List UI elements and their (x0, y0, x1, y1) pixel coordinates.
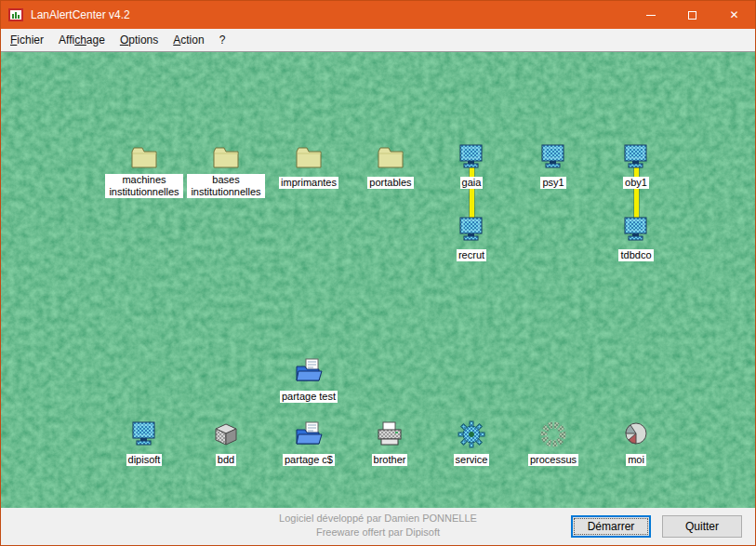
node-label: machines institutionnelles (105, 174, 183, 198)
app-icon (8, 7, 23, 22)
close-button[interactable]: ✕ (713, 1, 755, 29)
folder-icon[interactable] (375, 141, 406, 173)
menu-item-options[interactable]: Options (113, 30, 166, 50)
node-label: tdbdco (618, 249, 653, 261)
cube-icon[interactable] (210, 419, 242, 450)
share-icon[interactable] (293, 355, 325, 387)
node-label: psy1 (540, 177, 565, 189)
node-label: partage test (280, 391, 338, 403)
node-gaia[interactable]: gaia (430, 141, 513, 190)
node-label: imprimantes (279, 177, 338, 189)
node-oby1[interactable]: oby1 (594, 141, 678, 190)
maximize-icon (688, 11, 696, 20)
node-processus[interactable]: processus (511, 419, 595, 467)
node-label: bases institutionnelles (187, 174, 265, 198)
printer-icon[interactable] (374, 419, 405, 450)
node-portables[interactable]: portables (349, 141, 432, 190)
node-moi[interactable]: moi (594, 419, 678, 467)
menu-item-affichage[interactable]: Affichage (51, 30, 113, 50)
node-imprimantes[interactable]: imprimantes (267, 141, 351, 190)
computer-icon[interactable] (620, 214, 652, 246)
computer-icon[interactable] (456, 141, 487, 173)
menu-item-action[interactable]: Action (166, 30, 211, 50)
computer-icon[interactable] (537, 141, 569, 173)
node-recrut[interactable]: recrut (430, 214, 513, 262)
minimize-icon (646, 15, 656, 16)
folder-icon[interactable] (293, 141, 325, 173)
node-tdbdco[interactable]: tdbdco (594, 214, 678, 262)
node-label: brother (372, 454, 408, 466)
canvas: machines institutionnellesbases institut… (1, 51, 755, 508)
folder-icon[interactable] (210, 141, 242, 173)
node-label: moi (626, 454, 646, 466)
node-service[interactable]: service (430, 419, 513, 467)
node-label: recrut (457, 249, 486, 261)
computer-icon[interactable] (456, 214, 487, 246)
maximize-button[interactable] (671, 1, 713, 29)
close-icon: ✕ (729, 9, 738, 20)
menu-item-fichier[interactable]: Fichier (3, 30, 51, 50)
node-label: gaia (460, 177, 484, 189)
node-label: oby1 (623, 177, 649, 189)
node-dipisoft[interactable]: dipisoft (102, 419, 186, 467)
node-brother[interactable]: brother (348, 419, 431, 467)
menu-bar: FichierAffichageOptionsAction? (1, 29, 755, 51)
computer-icon[interactable] (128, 419, 160, 450)
node-machines[interactable]: machines institutionnelles (102, 141, 186, 199)
title-bar: LanAlertCenter v4.2 ✕ (1, 1, 755, 29)
node-bases[interactable]: bases institutionnelles (184, 141, 268, 199)
node-label: bdd (216, 454, 236, 466)
minimize-button[interactable] (630, 1, 671, 29)
computer-icon[interactable] (620, 141, 652, 173)
app-window: LanAlertCenter v4.2 ✕ FichierAffichageOp… (0, 0, 756, 546)
node-bdd[interactable]: bdd (184, 419, 268, 467)
window-controls: ✕ (630, 1, 755, 29)
pie-icon[interactable] (620, 419, 652, 450)
node-label: dipisoft (126, 454, 163, 466)
gear-icon[interactable] (456, 419, 487, 450)
node-label: portables (367, 177, 413, 189)
folder-icon[interactable] (128, 141, 160, 173)
node-partage-test[interactable]: partage test (267, 355, 351, 404)
demarrer-button[interactable]: Démarrer (571, 515, 651, 538)
menu-item-aide[interactable]: ? (212, 30, 233, 50)
quitter-button[interactable]: Quitter (662, 515, 742, 538)
status-bar: Logiciel développé par Damien PONNELLE F… (1, 508, 755, 545)
node-label: service (454, 454, 490, 466)
node-label: processus (528, 454, 578, 466)
ring-icon[interactable] (537, 419, 569, 450)
window-title: LanAlertCenter v4.2 (31, 8, 130, 21)
node-label: partage c$ (283, 454, 335, 466)
node-psy1[interactable]: psy1 (511, 141, 595, 190)
node-partage-c[interactable]: partage c$ (267, 419, 351, 467)
share-icon[interactable] (293, 419, 325, 450)
